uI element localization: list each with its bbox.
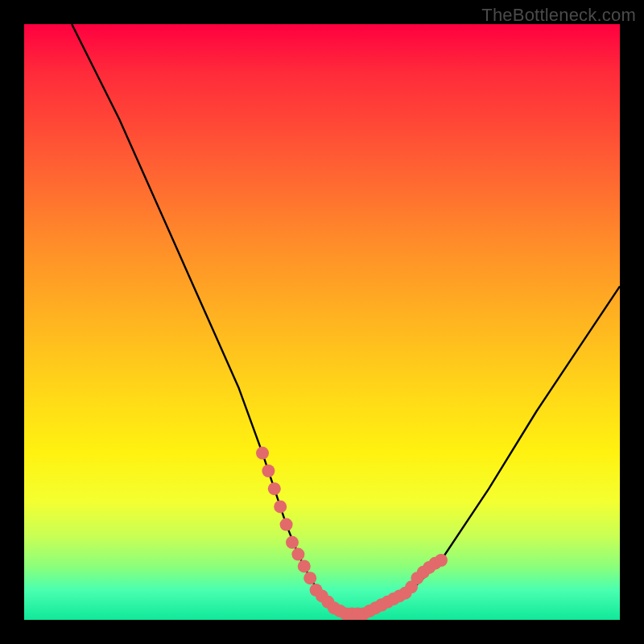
marker-dot bbox=[298, 559, 311, 572]
bottleneck-curve bbox=[72, 24, 620, 614]
chart-frame: TheBottleneck.com bbox=[0, 0, 644, 644]
plot-area bbox=[24, 24, 620, 620]
marker-dot bbox=[274, 500, 287, 513]
marker-dot bbox=[291, 548, 304, 561]
marker-dot bbox=[268, 482, 281, 495]
marker-dot bbox=[262, 464, 275, 477]
watermark-text: TheBottleneck.com bbox=[481, 5, 636, 26]
curve-layer bbox=[24, 24, 620, 620]
marker-dot bbox=[280, 518, 293, 531]
marker-dots bbox=[256, 447, 448, 620]
marker-dot bbox=[435, 554, 448, 567]
marker-dot bbox=[303, 572, 316, 584]
marker-dot bbox=[286, 536, 299, 549]
marker-dot bbox=[256, 447, 269, 460]
